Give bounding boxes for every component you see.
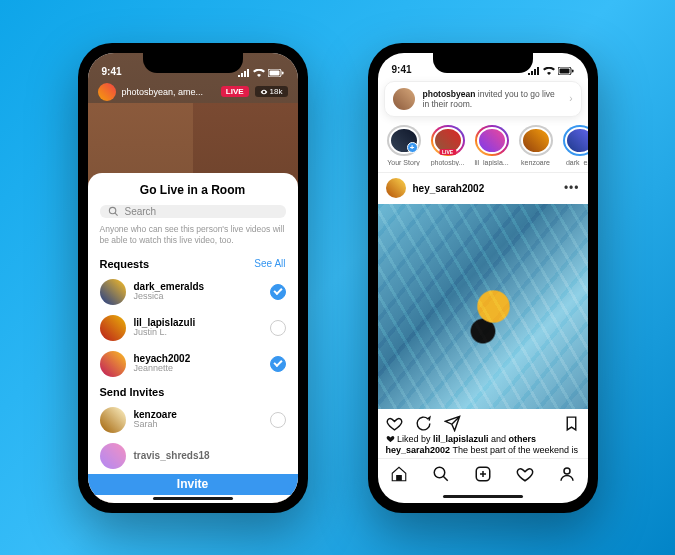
signal-icon — [238, 69, 250, 77]
chevron-right-icon: › — [569, 93, 572, 104]
viewer-count: 18k — [255, 86, 288, 97]
post-header: hey_sarah2002 ••• — [378, 172, 588, 204]
create-tab-icon[interactable] — [474, 465, 492, 483]
search-icon — [108, 206, 119, 217]
send-invites-header: Send Invites — [100, 386, 286, 398]
go-live-sheet: Go Live in a Room Search Anyone who can … — [88, 173, 298, 503]
banner-actor: photosbyean — [423, 89, 476, 99]
status-icons — [528, 67, 574, 75]
home-indicator[interactable] — [100, 495, 286, 503]
story-item[interactable]: LIVE photosby... — [430, 125, 466, 166]
tab-bar — [378, 458, 588, 490]
story-your-story[interactable]: + Your Story — [386, 125, 422, 166]
post-actions — [378, 409, 588, 434]
comment-icon[interactable] — [415, 415, 432, 432]
plus-icon: + — [407, 142, 418, 153]
broadcaster-username[interactable]: photosbyean, ame... — [122, 87, 204, 97]
svg-point-3 — [109, 207, 115, 213]
svg-point-8 — [434, 467, 445, 478]
broadcaster-avatar[interactable] — [98, 83, 116, 101]
screen-feed: 9:41 photosbyean invited you to go live … — [378, 53, 588, 503]
user-username: travis_shreds18 — [134, 450, 210, 461]
signal-icon — [528, 67, 540, 75]
banner-text: photosbyean invited you to go live in th… — [423, 89, 562, 109]
story-item[interactable]: kenzoare — [518, 125, 554, 166]
live-header: photosbyean, ame... LIVE 18k — [98, 83, 288, 101]
post-image[interactable] — [378, 204, 588, 408]
status-icons — [238, 69, 284, 77]
post-author-avatar[interactable] — [386, 178, 406, 198]
stories-tray[interactable]: + Your Story LIVE photosby... lil_lapisl… — [378, 117, 588, 172]
send-invites-title: Send Invites — [100, 386, 165, 398]
invite-row[interactable]: kenzoare Sarah — [100, 402, 286, 438]
likes-text[interactable]: Liked by lil_lapislazuli and others — [378, 434, 588, 444]
more-options-button[interactable]: ••• — [564, 181, 580, 195]
home-tab-icon[interactable] — [390, 465, 408, 483]
share-icon[interactable] — [444, 415, 461, 432]
select-checkbox[interactable] — [270, 356, 286, 372]
select-checkbox[interactable] — [270, 320, 286, 336]
phone-right: 9:41 photosbyean invited you to go live … — [368, 43, 598, 513]
svg-point-13 — [564, 468, 570, 474]
bookmark-icon[interactable] — [563, 415, 580, 432]
banner-avatar — [393, 88, 415, 110]
post-author-username[interactable]: hey_sarah2002 — [413, 183, 485, 194]
invite-button[interactable]: Invite — [88, 474, 298, 495]
search-tab-icon[interactable] — [432, 465, 450, 483]
status-time: 9:41 — [102, 66, 122, 77]
profile-tab-icon[interactable] — [558, 465, 576, 483]
activity-tab-icon[interactable] — [516, 465, 534, 483]
request-row[interactable]: dark_emeralds Jessica — [100, 274, 286, 310]
sheet-title: Go Live in a Room — [100, 183, 286, 197]
svg-line-9 — [443, 476, 448, 481]
helper-text: Anyone who can see this person's live vi… — [100, 224, 286, 246]
svg-rect-6 — [559, 68, 569, 73]
user-name: Justin L. — [134, 328, 196, 338]
search-placeholder: Search — [125, 206, 157, 217]
like-icon[interactable] — [386, 415, 403, 432]
home-indicator[interactable] — [378, 490, 588, 503]
svg-line-4 — [114, 212, 117, 215]
screen-live-room: 9:41 photosbyean, ame... LIVE 18k Go Liv… — [88, 53, 298, 503]
user-avatar — [100, 279, 126, 305]
story-item[interactable]: lil_lapisla... — [474, 125, 510, 166]
wifi-icon — [253, 69, 265, 77]
battery-icon — [268, 69, 284, 77]
invite-row[interactable]: travis_shreds18 — [100, 438, 286, 474]
status-bar: 9:41 — [378, 53, 588, 77]
post-caption: hey_sarah2002 The best part of the weeke… — [378, 444, 588, 458]
user-name: Sarah — [134, 420, 177, 430]
svg-rect-7 — [572, 69, 574, 72]
svg-rect-2 — [282, 71, 284, 74]
battery-icon — [558, 67, 574, 75]
svg-rect-1 — [269, 70, 279, 75]
search-input[interactable]: Search — [100, 205, 286, 218]
user-name: Jeannette — [134, 364, 191, 374]
user-name: Jessica — [134, 292, 205, 302]
story-item[interactable]: dark_e... — [562, 125, 588, 166]
live-badge: LIVE — [439, 149, 456, 155]
live-badge: LIVE — [221, 86, 249, 97]
select-checkbox[interactable] — [270, 412, 286, 428]
requests-header: Requests See All — [100, 258, 286, 270]
user-avatar — [100, 443, 126, 469]
user-avatar — [100, 351, 126, 377]
request-row[interactable]: heyach2002 Jeannette — [100, 346, 286, 382]
select-checkbox[interactable] — [270, 284, 286, 300]
user-avatar — [100, 315, 126, 341]
invite-banner[interactable]: photosbyean invited you to go live in th… — [384, 81, 582, 117]
see-all-link[interactable]: See All — [254, 258, 285, 269]
phone-left: 9:41 photosbyean, ame... LIVE 18k Go Liv… — [78, 43, 308, 513]
eye-icon — [260, 88, 268, 96]
requests-title: Requests — [100, 258, 150, 270]
user-avatar — [100, 407, 126, 433]
status-bar: 9:41 — [88, 53, 298, 79]
status-time: 9:41 — [392, 64, 412, 75]
request-row[interactable]: lil_lapislazuli Justin L. — [100, 310, 286, 346]
wifi-icon — [543, 67, 555, 75]
heart-icon — [386, 434, 395, 443]
